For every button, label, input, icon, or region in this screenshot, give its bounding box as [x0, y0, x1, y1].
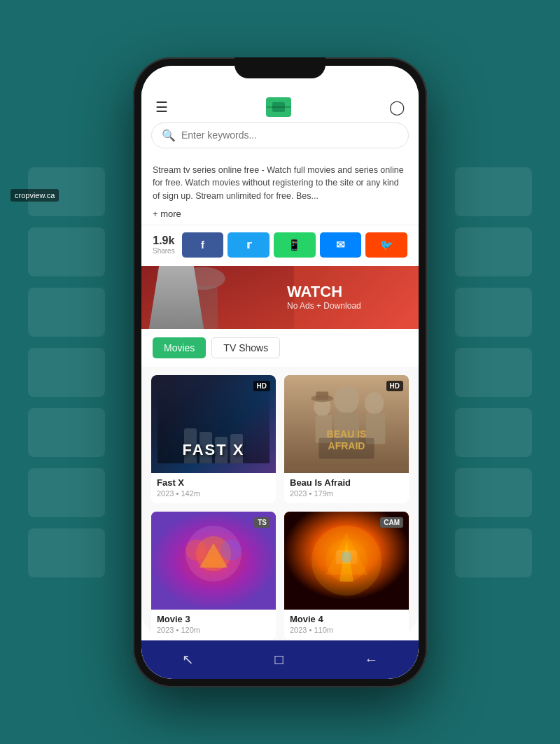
banner-watch-text: WATCH [287, 284, 412, 300]
shares-count: 1.9k Shares [153, 234, 175, 255]
tab-tvshows[interactable]: TV Shows [211, 337, 280, 358]
movie-card-ts[interactable]: TS Movie 3 2023 • 120m [151, 512, 276, 640]
movie-poster-beau: BEAU ISAFRAID HD [284, 375, 409, 473]
banner-anime-art [141, 266, 294, 329]
movie-info-beau: Beau Is Afraid 2023 • 179m [284, 473, 409, 503]
movie-title: Beau Is Afraid [290, 477, 403, 488]
movie-poster-cam: CAM [284, 512, 409, 610]
quality-badge-hd: HD [253, 381, 270, 391]
quality-badge-ts: TS [254, 517, 270, 528]
movie-card-fastx[interactable]: HD Fast X 2023 • 142m [151, 375, 276, 503]
share-buttons-group: f 𝕣 📱 ✉ 🐦 [182, 232, 407, 258]
svg-point-8 [365, 392, 384, 414]
messenger-share-button[interactable]: ✉ [320, 232, 362, 258]
hamburger-menu-icon[interactable]: ☰ [155, 99, 168, 115]
movie-poster-fastx: HD [151, 375, 276, 473]
facebook-share-button[interactable]: f [182, 232, 224, 258]
description-section: Stream tv series online free - Watch ful… [141, 154, 419, 225]
reddit-share-button[interactable]: 🐦 [365, 232, 407, 258]
description-text: Stream tv series online free - Watch ful… [153, 164, 407, 203]
tab-movies[interactable]: Movies [153, 337, 206, 358]
movie-poster-ts: TS [151, 512, 276, 610]
bottom-navigation: ↖ □ ← [141, 640, 419, 679]
more-button[interactable]: + more [153, 209, 407, 219]
phone-frame: ☰ ◯ 🔍 Stream tv series online free - Wat… [133, 57, 427, 687]
twitter-share-button[interactable]: 𝕣 [227, 232, 270, 258]
movie-meta-ts: 2023 • 120m [157, 626, 270, 634]
profile-icon[interactable]: ◯ [389, 99, 405, 115]
svg-rect-11 [316, 391, 328, 400]
movies-grid: HD Fast X 2023 • 142m [141, 367, 419, 640]
phone-screen: ☰ ◯ 🔍 Stream tv series online free - Wat… [141, 66, 419, 679]
back-nav-icon[interactable]: ↖ [176, 645, 200, 673]
search-input[interactable] [181, 129, 398, 141]
movie-title-ts: Movie 3 [157, 614, 270, 624]
search-bar[interactable]: 🔍 [151, 122, 409, 148]
logo-film-icon [266, 97, 291, 117]
main-content: Stream tv series online free - Watch ful… [141, 154, 419, 640]
movie-info-cam: Movie 4 2023 • 110m [284, 610, 409, 640]
banner-sub-text: No Ads + Download [287, 301, 412, 311]
movie-meta: 2023 • 142m [157, 489, 270, 498]
shares-label: Shares [153, 247, 175, 255]
shares-number: 1.9k [153, 234, 174, 247]
beau-poster-title: BEAU ISAFRAID [327, 428, 367, 452]
search-icon: 🔍 [162, 129, 176, 142]
movie-card-cam[interactable]: CAM Movie 4 2023 • 110m [284, 512, 409, 640]
svg-point-4 [334, 386, 359, 414]
svg-point-17 [186, 540, 206, 561]
movie-title: Fast X [157, 477, 270, 488]
left-filmstrip [28, 167, 105, 577]
movie-card-beau[interactable]: BEAU ISAFRAID HD Beau Is Afraid 2023 • 1… [284, 375, 409, 503]
top-navigation: ☰ ◯ [141, 97, 419, 122]
watermark: cropview.ca [10, 189, 59, 202]
content-tabs: Movies TV Shows [141, 329, 419, 367]
movie-title-cam: Movie 4 [290, 614, 403, 624]
promo-banner[interactable]: WATCH No Ads + Download [141, 266, 419, 329]
movie-info-ts: Movie 3 2023 • 120m [151, 610, 276, 640]
movie-info-fastx: Fast X 2023 • 142m [151, 473, 276, 503]
forward-nav-icon[interactable]: ← [358, 646, 384, 673]
quality-badge-hd-beau: HD [386, 381, 403, 391]
movie-meta-cam: 2023 • 110m [290, 626, 403, 634]
quality-badge-cam: CAM [380, 517, 403, 528]
svg-point-18 [220, 540, 241, 561]
movie-meta: 2023 • 179m [290, 489, 403, 498]
svg-point-25 [341, 552, 352, 563]
share-section: 1.9k Shares f 𝕣 📱 ✉ 🐦 [141, 225, 419, 266]
home-nav-icon[interactable]: □ [269, 646, 288, 673]
banner-text-area: WATCH No Ads + Download [280, 266, 419, 329]
phone-notch [234, 57, 326, 78]
right-filmstrip [455, 167, 532, 577]
app-logo [266, 97, 291, 117]
whatsapp-share-button[interactable]: 📱 [274, 232, 316, 258]
